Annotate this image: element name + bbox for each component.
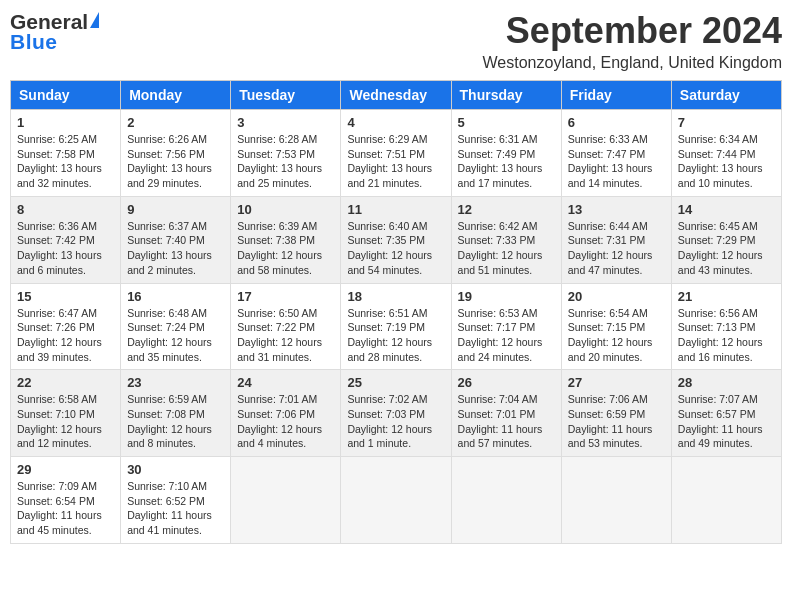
daylight-text: Daylight: 13 hours and 17 minutes. [458,162,543,189]
day-number: 9 [127,202,224,217]
sunrise-text: Sunrise: 7:09 AM [17,480,97,492]
day-number: 15 [17,289,114,304]
sunrise-text: Sunrise: 6:33 AM [568,133,648,145]
day-info: Sunrise: 7:04 AM Sunset: 7:01 PM Dayligh… [458,392,555,451]
daylight-text: Daylight: 12 hours and 1 minute. [347,423,432,450]
sunset-text: Sunset: 7:49 PM [458,148,536,160]
calendar-cell-w5-d4 [341,457,451,544]
daylight-text: Daylight: 12 hours and 28 minutes. [347,336,432,363]
day-number: 17 [237,289,334,304]
day-info: Sunrise: 6:59 AM Sunset: 7:08 PM Dayligh… [127,392,224,451]
calendar-cell-w2-d5: 12 Sunrise: 6:42 AM Sunset: 7:33 PM Dayl… [451,196,561,283]
calendar-table: Sunday Monday Tuesday Wednesday Thursday… [10,80,782,544]
daylight-text: Daylight: 12 hours and 43 minutes. [678,249,763,276]
calendar-week-3: 15 Sunrise: 6:47 AM Sunset: 7:26 PM Dayl… [11,283,782,370]
daylight-text: Daylight: 12 hours and 20 minutes. [568,336,653,363]
day-info: Sunrise: 6:53 AM Sunset: 7:17 PM Dayligh… [458,306,555,365]
day-number: 26 [458,375,555,390]
day-number: 19 [458,289,555,304]
sunset-text: Sunset: 6:57 PM [678,408,756,420]
logo-triangle-icon [90,12,99,28]
day-number: 30 [127,462,224,477]
daylight-text: Daylight: 12 hours and 31 minutes. [237,336,322,363]
sunset-text: Sunset: 7:08 PM [127,408,205,420]
calendar-week-5: 29 Sunrise: 7:09 AM Sunset: 6:54 PM Dayl… [11,457,782,544]
day-info: Sunrise: 7:02 AM Sunset: 7:03 PM Dayligh… [347,392,444,451]
day-info: Sunrise: 6:50 AM Sunset: 7:22 PM Dayligh… [237,306,334,365]
day-info: Sunrise: 6:25 AM Sunset: 7:58 PM Dayligh… [17,132,114,191]
sunset-text: Sunset: 7:58 PM [17,148,95,160]
sunrise-text: Sunrise: 6:37 AM [127,220,207,232]
daylight-text: Daylight: 11 hours and 53 minutes. [568,423,653,450]
col-saturday: Saturday [671,81,781,110]
daylight-text: Daylight: 11 hours and 45 minutes. [17,509,102,536]
sunset-text: Sunset: 7:44 PM [678,148,756,160]
sunrise-text: Sunrise: 6:26 AM [127,133,207,145]
calendar-cell-w1-d7: 7 Sunrise: 6:34 AM Sunset: 7:44 PM Dayli… [671,110,781,197]
col-thursday: Thursday [451,81,561,110]
day-number: 1 [17,115,114,130]
sunset-text: Sunset: 7:10 PM [17,408,95,420]
sunrise-text: Sunrise: 6:56 AM [678,307,758,319]
calendar-cell-w5-d6 [561,457,671,544]
col-wednesday: Wednesday [341,81,451,110]
sunset-text: Sunset: 7:42 PM [17,234,95,246]
sunrise-text: Sunrise: 6:29 AM [347,133,427,145]
day-number: 22 [17,375,114,390]
sunset-text: Sunset: 7:31 PM [568,234,646,246]
day-info: Sunrise: 6:48 AM Sunset: 7:24 PM Dayligh… [127,306,224,365]
sunrise-text: Sunrise: 6:53 AM [458,307,538,319]
calendar-cell-w5-d7 [671,457,781,544]
day-info: Sunrise: 6:28 AM Sunset: 7:53 PM Dayligh… [237,132,334,191]
sunset-text: Sunset: 7:24 PM [127,321,205,333]
day-number: 13 [568,202,665,217]
day-number: 21 [678,289,775,304]
sunset-text: Sunset: 7:53 PM [237,148,315,160]
calendar-cell-w4-d4: 25 Sunrise: 7:02 AM Sunset: 7:03 PM Dayl… [341,370,451,457]
day-info: Sunrise: 7:09 AM Sunset: 6:54 PM Dayligh… [17,479,114,538]
sunrise-text: Sunrise: 6:40 AM [347,220,427,232]
sunrise-text: Sunrise: 6:47 AM [17,307,97,319]
sunrise-text: Sunrise: 6:58 AM [17,393,97,405]
daylight-text: Daylight: 12 hours and 47 minutes. [568,249,653,276]
day-number: 12 [458,202,555,217]
day-number: 10 [237,202,334,217]
day-info: Sunrise: 6:51 AM Sunset: 7:19 PM Dayligh… [347,306,444,365]
calendar-cell-w4-d6: 27 Sunrise: 7:06 AM Sunset: 6:59 PM Dayl… [561,370,671,457]
sunset-text: Sunset: 7:26 PM [17,321,95,333]
day-number: 28 [678,375,775,390]
sunrise-text: Sunrise: 6:45 AM [678,220,758,232]
day-number: 5 [458,115,555,130]
sunrise-text: Sunrise: 7:02 AM [347,393,427,405]
day-number: 7 [678,115,775,130]
calendar-cell-w1-d3: 3 Sunrise: 6:28 AM Sunset: 7:53 PM Dayli… [231,110,341,197]
sunrise-text: Sunrise: 6:44 AM [568,220,648,232]
sunset-text: Sunset: 7:19 PM [347,321,425,333]
day-info: Sunrise: 6:58 AM Sunset: 7:10 PM Dayligh… [17,392,114,451]
daylight-text: Daylight: 13 hours and 29 minutes. [127,162,212,189]
calendar-cell-w1-d1: 1 Sunrise: 6:25 AM Sunset: 7:58 PM Dayli… [11,110,121,197]
sunrise-text: Sunrise: 6:34 AM [678,133,758,145]
day-number: 27 [568,375,665,390]
calendar-cell-w4-d5: 26 Sunrise: 7:04 AM Sunset: 7:01 PM Dayl… [451,370,561,457]
calendar-cell-w5-d2: 30 Sunrise: 7:10 AM Sunset: 6:52 PM Dayl… [121,457,231,544]
daylight-text: Daylight: 13 hours and 2 minutes. [127,249,212,276]
day-info: Sunrise: 6:42 AM Sunset: 7:33 PM Dayligh… [458,219,555,278]
daylight-text: Daylight: 12 hours and 8 minutes. [127,423,212,450]
calendar-cell-w2-d1: 8 Sunrise: 6:36 AM Sunset: 7:42 PM Dayli… [11,196,121,283]
col-friday: Friday [561,81,671,110]
daylight-text: Daylight: 13 hours and 6 minutes. [17,249,102,276]
day-info: Sunrise: 6:36 AM Sunset: 7:42 PM Dayligh… [17,219,114,278]
day-info: Sunrise: 7:01 AM Sunset: 7:06 PM Dayligh… [237,392,334,451]
calendar-cell-w5-d5 [451,457,561,544]
sunrise-text: Sunrise: 6:50 AM [237,307,317,319]
day-number: 25 [347,375,444,390]
day-info: Sunrise: 6:26 AM Sunset: 7:56 PM Dayligh… [127,132,224,191]
daylight-text: Daylight: 12 hours and 12 minutes. [17,423,102,450]
sunrise-text: Sunrise: 6:39 AM [237,220,317,232]
daylight-text: Daylight: 12 hours and 39 minutes. [17,336,102,363]
sunset-text: Sunset: 7:33 PM [458,234,536,246]
sunrise-text: Sunrise: 6:51 AM [347,307,427,319]
calendar-cell-w4-d3: 24 Sunrise: 7:01 AM Sunset: 7:06 PM Dayl… [231,370,341,457]
day-info: Sunrise: 7:07 AM Sunset: 6:57 PM Dayligh… [678,392,775,451]
